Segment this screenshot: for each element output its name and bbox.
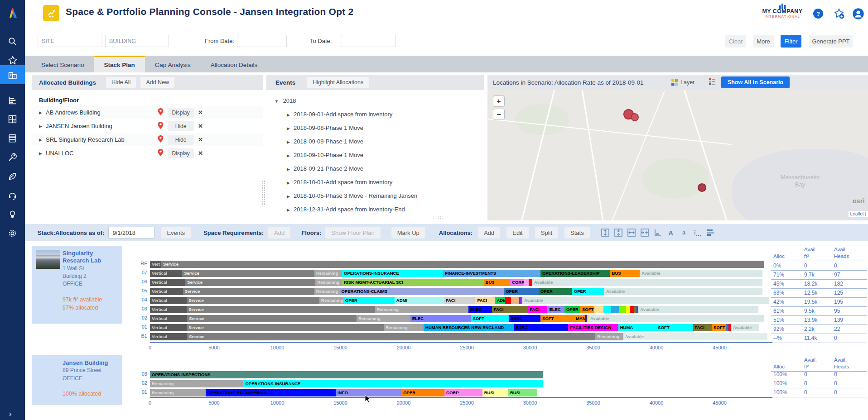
allocation-segment[interactable]: OPER [343,297,395,304]
allocation-segment[interactable]: FACI [492,306,528,313]
allocation-segment[interactable]: SOFT [712,324,726,331]
chevron-right-icon[interactable]: ▶ [287,194,294,199]
allocation-segment[interactable]: CORP [510,279,524,286]
remove-building-icon[interactable]: ✕ [198,109,203,116]
allocation-segment[interactable]: OPERATIONS-INSPECTIONS [150,371,543,378]
map-zoom-in-button[interactable]: + [493,95,505,107]
building-row[interactable]: ▶AB Andrews BuildingDisplay✕ [32,106,263,119]
chevron-right-icon[interactable]: ▶ [287,153,294,158]
chevron-down-icon[interactable]: ▼ [275,99,281,104]
allocation-segment[interactable]: Remaining [315,279,342,286]
layer-button[interactable]: Layer [671,79,694,86]
allocation-segment[interactable]: OPERATIONS-CLAIMS [339,288,504,295]
allocation-segment[interactable] [611,306,619,313]
stack-floor-row[interactable]: VerticalServiceRemainingOPERADMIFACIFACI… [150,297,769,304]
collapse-rows-icon[interactable] [614,228,623,237]
event-item[interactable]: ▶2018-10-05-Phase 3 Move - Remaining Jan… [287,192,417,199]
sidebar-item-search[interactable] [0,32,25,51]
allocation-segment[interactable]: Vertical [150,315,187,322]
edit-button[interactable]: Edit [506,227,528,239]
building-row[interactable]: ▶SRL Singularity Research LabHide✕ [32,133,263,146]
events-button[interactable]: Events [161,227,191,239]
font-large-icon[interactable]: A [666,228,675,237]
allocation-segment[interactable]: Service [187,297,319,304]
building-row[interactable]: ▶UNALLOCDisplay✕ [32,147,263,160]
chart-scale-icon[interactable] [653,228,662,237]
allocation-segment[interactable] [626,306,630,313]
map-canvas[interactable]: + − MassachusettsBay esri Leaflet | [487,90,868,220]
allocation-segment[interactable]: OPERATIONS-LEADERSHIP [540,270,610,277]
app-logo[interactable] [0,3,25,23]
tab-gap-analysis[interactable]: Gap Analysis [145,56,201,72]
allocation-segment[interactable]: Remaining [357,315,410,322]
space-add-button[interactable]: Add [268,227,290,239]
building-row[interactable]: ▶JANSEN Jansen BuildingHide✕ [32,119,263,133]
hide-all-button[interactable]: Hide All [106,77,136,88]
panel-resize-handle[interactable] [262,180,265,205]
filter-button[interactable]: Filter [781,35,801,48]
tab-allocation-details[interactable]: Allocation Details [201,56,268,72]
map-marker[interactable] [631,113,639,121]
allocation-segment[interactable]: OPERATIONS-ENGINEERING [206,389,336,396]
allocation-segment[interactable]: Service [187,324,384,331]
allocation-segment[interactable]: Available [623,333,767,340]
allocation-segment[interactable]: Service [185,279,315,286]
remove-building-icon[interactable]: ✕ [198,136,203,143]
sidebar-item-bar-chart[interactable] [0,91,25,110]
allocation-segment[interactable]: OPER [401,389,444,396]
remove-building-icon[interactable]: ✕ [198,123,203,129]
stack-floor-row[interactable]: VerticalServiceRemainingRISK MGMT-ACTUAR… [150,279,762,286]
allocation-segment[interactable] [505,297,511,304]
allocation-segment[interactable]: SOFT [540,315,574,322]
allocation-segment[interactable]: Service [183,288,314,295]
chevron-right-icon[interactable]: ▶ [287,181,294,185]
sidebar-collapse-chevron[interactable]: › [0,410,25,418]
allocation-segment[interactable]: CORP [444,389,482,396]
allocations-add-button[interactable]: Add [478,227,500,239]
display-button[interactable]: Display [168,108,194,118]
allocation-segment[interactable]: Vertical [150,306,187,313]
leaflet-attribution[interactable]: Leaflet | [849,211,868,217]
sidebar-item-buildings[interactable] [0,65,25,84]
allocation-segment[interactable]: Vertical [150,270,182,277]
allocation-segment[interactable]: Remaining [595,333,623,340]
chevron-right-icon[interactable]: ▶ [39,138,46,142]
allocation-segment[interactable]: SOFT [580,306,594,313]
sidebar-item-server-list[interactable] [0,129,25,148]
stack-floor-row[interactable]: RemainingOPERATIONS-ENGINEERINGINFOOPERC… [150,389,537,396]
event-item[interactable]: ▶2018-12-31-Add space from inventory-End [287,206,405,213]
events-year-node[interactable]: ▼ 2018 [275,97,296,104]
allocation-segment[interactable]: Available [532,279,762,286]
allocations-date-input[interactable] [108,227,154,239]
remove-building-icon[interactable]: ✕ [198,150,203,157]
allocation-segment[interactable]: FACI [528,306,547,313]
chevron-right-icon[interactable]: ▶ [39,124,46,129]
location-pin-icon[interactable] [158,149,164,158]
allocation-segment[interactable]: OPER [564,306,580,313]
allocation-segment[interactable]: ADMI [395,297,444,304]
mark-up-button[interactable]: Mark Up [391,227,425,239]
allocation-segment[interactable] [603,306,611,313]
allocation-segment[interactable]: Available [604,288,762,295]
sidebar-item-lightbulb[interactable] [0,205,25,224]
allocation-segment[interactable]: Remaining [314,288,340,295]
allocation-segment[interactable]: Remaining [375,306,468,313]
chevron-right-icon[interactable]: ▶ [287,167,294,172]
allocation-segment[interactable]: Remaining [150,380,243,387]
allocation-segment[interactable] [594,306,603,313]
legend-icon[interactable] [709,78,716,87]
sidebar-item-leaf[interactable] [0,167,25,186]
allocation-segment[interactable]: OPER [504,288,539,295]
allocation-segment[interactable]: Vertical [150,324,187,331]
from-date-input[interactable] [237,35,287,47]
allocation-segment[interactable]: Service [187,315,357,322]
event-item[interactable]: ▶2018-09-08-Phase 1 Move [287,124,363,131]
hide-button[interactable]: Hide [168,121,194,131]
allocation-segment[interactable] [619,306,626,313]
allocation-segment[interactable]: FACILITIES-DESIGN [568,324,618,331]
allocation-segment[interactable]: Available [640,270,762,277]
more-options-icon[interactable] [693,228,702,237]
chevron-right-icon[interactable]: ▶ [287,126,294,131]
allocation-segment[interactable]: OPER [572,288,604,295]
stack-floor-row[interactable]: VerticalServiceRemainingOPERATIONS-CLAIM… [150,288,762,295]
